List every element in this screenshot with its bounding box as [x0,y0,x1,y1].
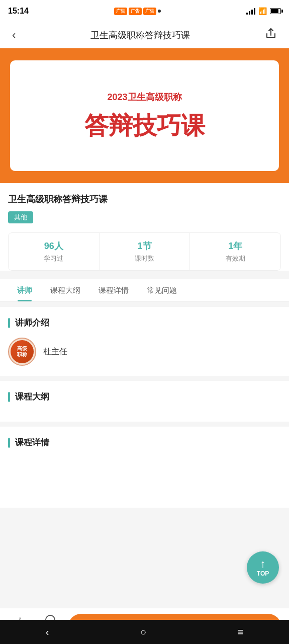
section-bar-indicator [8,318,10,328]
details-section: 课程详情 [0,427,289,508]
status-badges: 广告 广告 广告 [114,8,161,15]
top-label: TOP [257,570,269,577]
stats-row: 96人 学习过 1节 课时数 1年 有效期 [8,232,281,271]
status-bar: 15:14 广告 广告 广告 📶 [0,0,289,22]
tab-faq[interactable]: 常见问题 [138,279,186,301]
teacher-avatar-text: 高级职称 [17,346,27,358]
instructor-section: 讲师介绍 高级职称 杜主任 [0,307,289,376]
stat-label-lessons: 课时数 [104,254,186,263]
stat-num-students: 96人 [13,240,95,252]
course-info: 卫生高级职称答辩技巧课 其他 96人 学习过 1节 课时数 1年 有效期 [0,183,289,271]
tabs-bar: 讲师 课程大纲 课程详情 常见问题 [0,279,289,302]
stat-lessons: 1节 课时数 [100,233,190,270]
stat-students: 96人 学习过 [9,233,100,270]
details-bar-indicator [8,438,10,448]
instructor-section-header: 讲师介绍 [8,317,281,329]
stat-num-validity: 1年 [194,240,276,252]
curriculum-section-title: 课程大纲 [15,391,49,403]
tab-details[interactable]: 课程详情 [89,279,138,301]
instructor-section-title: 讲师介绍 [15,317,49,329]
teacher-row: 高级职称 杜主任 [8,338,281,366]
hero-title: 答辩技巧课 [84,111,205,140]
wifi-icon: 📶 [258,7,267,15]
stat-validity: 1年 有效期 [190,233,280,270]
tab-curriculum[interactable]: 课程大纲 [41,279,89,301]
page-title: 卫生高级职称答辩技巧课 [90,29,190,41]
dot-indicator [158,10,161,13]
status-icons: 📶 [246,7,281,15]
top-button[interactable]: ↑ TOP [247,551,279,584]
top-arrow-icon: ↑ [260,558,266,570]
details-section-header: 课程详情 [8,437,281,448]
hero-subtitle: 2023卫生高级职称 [107,91,181,103]
stat-label-students: 学习过 [13,254,95,263]
course-tag: 其他 [8,211,33,223]
course-name: 卫生高级职称答辩技巧课 [8,193,281,205]
signal-icon [246,8,255,15]
android-back-button[interactable]: ‹ [38,622,57,642]
badge-2: 广告 [129,8,142,15]
badge-1: 广告 [114,8,127,15]
android-nav-bar: ‹ ○ ≡ [0,620,289,644]
nav-bar: ‹ 卫生高级职称答辩技巧课 [0,22,289,48]
curriculum-bar-indicator [8,392,10,402]
stat-label-validity: 有效期 [194,254,276,263]
battery-icon [270,8,281,14]
android-home-button[interactable]: ○ [132,622,154,642]
hero-section: 2023卫生高级职称 答辩技巧课 [0,48,289,183]
status-time: 15:14 [8,7,29,16]
hero-card: 2023卫生高级职称 答辩技巧课 [10,60,279,171]
back-button[interactable]: ‹ [8,25,20,46]
curriculum-section-header: 课程大纲 [8,391,281,403]
curriculum-section: 课程大纲 [0,381,289,422]
share-button[interactable] [261,24,281,47]
stat-num-lessons: 1节 [104,240,186,252]
teacher-avatar: 高级职称 [8,338,36,366]
badge-3: 广告 [143,8,156,15]
teacher-name: 杜主任 [43,347,67,357]
tab-instructor[interactable]: 讲师 [8,279,41,301]
details-section-title: 课程详情 [15,437,49,448]
android-menu-button[interactable]: ≡ [230,622,252,642]
teacher-avatar-inner: 高级职称 [11,340,34,363]
